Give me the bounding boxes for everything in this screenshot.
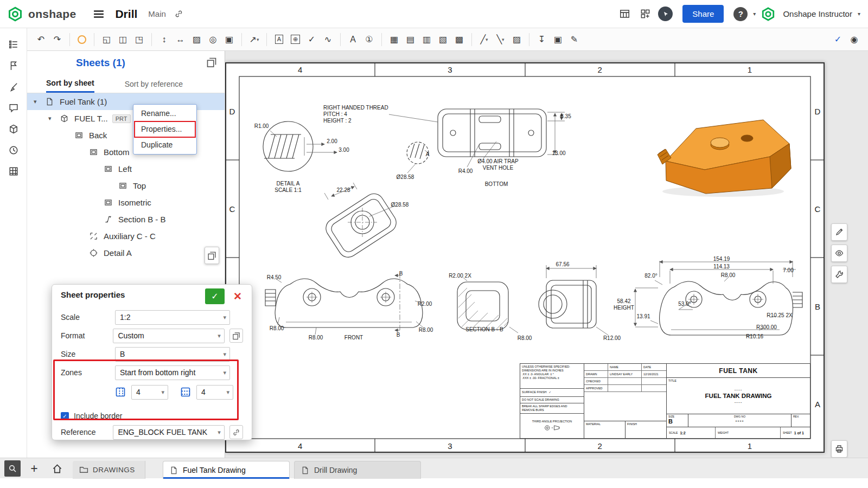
tables-toggle-icon[interactable] [617, 7, 632, 22]
menu-item-duplicate[interactable]: Duplicate [133, 137, 196, 153]
edit-sheet-button[interactable] [831, 223, 847, 241]
toolbar-separator [381, 33, 382, 46]
tree-item-detail-a[interactable]: Detail A [27, 245, 225, 261]
history-icon[interactable] [4, 141, 23, 159]
inspection-symbol-icon[interactable]: ① [362, 32, 376, 47]
annotation-style-icon[interactable] [4, 78, 23, 96]
dimension-check-icon[interactable]: ✓ [831, 32, 845, 47]
drawing-annotation: 67.56 [556, 261, 569, 268]
folder-tab-drawings[interactable]: DRAWINGS [73, 461, 145, 479]
inspect-settings-icon[interactable]: ◉ [847, 32, 861, 47]
main-menu-icon[interactable] [93, 10, 104, 18]
tb-blank [584, 364, 608, 370]
expand-caret-icon[interactable]: ▾ [48, 115, 60, 122]
zone-columns-select[interactable]: 4 [131, 385, 168, 400]
text-icon[interactable]: A [346, 32, 360, 47]
tree-item-section-b-b[interactable]: Section B - B [27, 211, 225, 228]
surface-finish-icon[interactable]: ✓ [304, 32, 319, 47]
tree-item-auxiliary-c-c[interactable]: Auxiliary C - C [27, 228, 225, 245]
sheets-flyout-button[interactable] [205, 247, 219, 264]
confirm-button[interactable]: ✓ [205, 288, 225, 304]
bookmarks-icon[interactable] [4, 56, 23, 75]
home-tab-button[interactable] [48, 460, 66, 477]
copy-format-button[interactable] [229, 329, 243, 343]
broken-out-section-icon[interactable]: ▨ [189, 32, 204, 47]
onshape-logo-icon[interactable] [8, 7, 23, 22]
document-tab-fuel-tank-drawing[interactable]: Fuel Tank Drawing [163, 461, 290, 479]
note-icon[interactable]: A [272, 32, 286, 47]
tree-item-top[interactable]: Top [27, 177, 225, 194]
tb-checked-label: CHECKED [584, 378, 608, 384]
parts-list-icon[interactable] [4, 120, 23, 138]
table-icon[interactable]: ▦ [387, 32, 401, 47]
app-store-icon[interactable] [637, 7, 653, 22]
zones-origin-select[interactable]: Start from bottom right [115, 365, 230, 380]
weld-table-icon[interactable]: ▩ [452, 32, 467, 47]
drawing-tools-button[interactable] [831, 266, 847, 283]
insert-view-icon[interactable]: ◱ [99, 32, 114, 47]
sheet-setup-button[interactable] [831, 440, 847, 458]
drawing-sheet[interactable]: 44332211DDCCBBAA RIGHT HANDED THREAD PIT… [225, 62, 825, 453]
bom-table-icon[interactable]: ▤ [403, 32, 418, 47]
zone-rows-select[interactable]: 4 [196, 385, 233, 400]
undo-icon[interactable]: ↶ [34, 32, 48, 47]
move-view-icon[interactable]: ◳ [132, 32, 146, 47]
search-tabs-button[interactable] [4, 460, 21, 477]
scale-select[interactable]: 1:2 [115, 310, 230, 325]
share-button[interactable]: Share [682, 5, 724, 23]
hole-table-icon[interactable]: ▥ [419, 32, 434, 47]
line-style-icon[interactable]: ╲▾ [493, 32, 508, 47]
insert-image-icon[interactable]: ▣ [551, 32, 565, 47]
sheets-panel-title: Sheets (1) [27, 57, 125, 69]
update-drawing-views-icon[interactable] [78, 35, 86, 44]
format-select[interactable]: Custom [113, 329, 224, 343]
help-menu-button[interactable]: ? [733, 7, 748, 21]
hatch-fill-icon[interactable]: ▨ [509, 32, 524, 47]
open-sheets-overlay-button[interactable] [206, 57, 217, 70]
share-link-icon[interactable] [171, 7, 187, 22]
geometric-tolerance-icon[interactable]: ⊕ [288, 32, 303, 47]
help-caret-icon[interactable]: ▾ [753, 11, 756, 17]
expand-caret-icon[interactable]: ▾ [34, 98, 46, 105]
reference-type-badge: PRT [112, 114, 131, 123]
sheets-panel-icon[interactable] [4, 35, 23, 54]
include-border-checkbox[interactable]: ✓ [61, 412, 69, 420]
tables-panel-icon[interactable] [4, 162, 23, 181]
vertical-break-icon[interactable]: ↕ [157, 32, 171, 47]
revision-table-icon[interactable]: ▧ [436, 32, 450, 47]
centerline-icon[interactable]: ╱▾ [477, 32, 492, 47]
workspace-name[interactable]: Main [148, 9, 166, 18]
tab-sort-by-sheet[interactable]: Sort by sheet [46, 75, 94, 93]
scale-label: Scale [61, 313, 115, 322]
tree-item-label: Auxiliary C - C [104, 232, 156, 241]
reference-link-icon[interactable] [229, 425, 243, 439]
scale-row: Scale 1:2 [61, 310, 243, 325]
reference-select[interactable]: ENG_BLOCK FUEL TANK [113, 425, 224, 440]
projected-view-icon[interactable]: ◫ [116, 32, 130, 47]
size-select[interactable]: B [115, 347, 230, 362]
close-icon[interactable]: ✕ [230, 288, 245, 304]
toolbar-separator [241, 33, 242, 46]
crop-view-icon[interactable]: ▣ [222, 32, 237, 47]
drawing-annotation: R4.00 [458, 168, 473, 175]
tab-sort-by-reference[interactable]: Sort by reference [125, 75, 183, 93]
weld-symbol-icon[interactable]: ∿ [321, 32, 335, 47]
menu-item-rename[interactable]: Rename... [133, 106, 196, 121]
horizontal-break-icon[interactable]: ↔ [173, 32, 188, 47]
export-dxf-icon[interactable]: ↧ [534, 32, 549, 47]
detail-view-icon[interactable]: ◎ [206, 32, 220, 47]
menu-item-properties[interactable]: Properties... [133, 121, 196, 137]
redo-icon[interactable]: ↷ [50, 32, 65, 47]
tree-item-left[interactable]: Left [27, 160, 225, 177]
tb-material-label: MATERIAL [584, 421, 626, 438]
new-tab-button[interactable]: + [26, 460, 42, 477]
learning-center-icon[interactable] [658, 7, 673, 21]
sketch-icon[interactable]: ✎ [567, 32, 582, 47]
display-options-button[interactable] [831, 245, 847, 262]
comments-icon[interactable] [4, 99, 23, 117]
tree-item-isometric[interactable]: Isometric [27, 194, 225, 211]
user-menu-caret-icon[interactable]: ▾ [858, 11, 860, 17]
user-menu[interactable]: Onshape Instructor [783, 9, 852, 18]
document-tab-drill-drawing[interactable]: Drill Drawing [294, 461, 421, 479]
dimension-icon[interactable]: ↗▾ [247, 32, 261, 47]
